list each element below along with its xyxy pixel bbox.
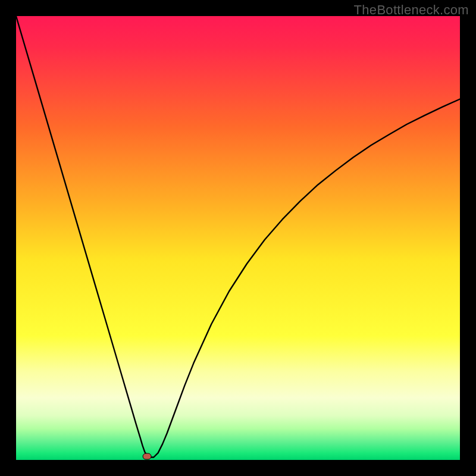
optimal-point-marker [143,453,151,459]
chart-svg [16,16,460,460]
gradient-background [16,16,460,460]
chart-root: TheBottleneck.com [0,0,476,476]
plot-frame [16,16,460,460]
